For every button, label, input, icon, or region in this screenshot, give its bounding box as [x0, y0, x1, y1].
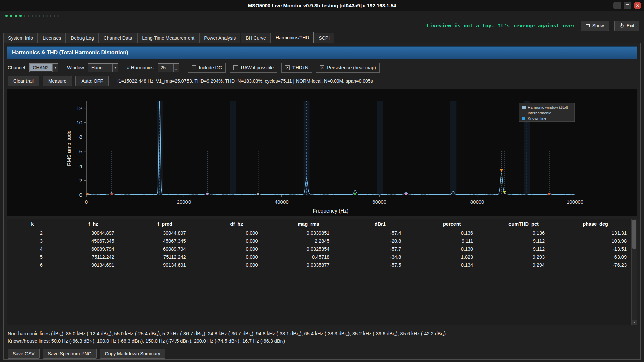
spin-down-icon[interactable]: ▼: [174, 68, 179, 72]
table-cell: 60089.794: [129, 245, 201, 253]
checkbox-unchecked-icon: [233, 65, 238, 70]
table-cell: -57.7: [344, 245, 416, 253]
checkbox-label: RAW if possible: [241, 65, 274, 70]
table-cell: 60089.794: [57, 245, 129, 253]
footer-notes: Non-harmonic lines (dBr₁): 85.0 kHz (-12…: [8, 330, 636, 345]
minimize-button[interactable]: –: [613, 2, 621, 9]
known-lines-text: Known/house lines: 50.0 Hz (-66.3 dBr₁),…: [8, 337, 636, 345]
checkbox-raw-if-possible[interactable]: RAW if possible: [230, 63, 277, 73]
table-cell: 30044.897: [57, 229, 129, 237]
table-cell: 2: [7, 229, 57, 237]
tab-channel-data[interactable]: Channel Data: [99, 33, 137, 43]
status-dot-dim: [39, 15, 40, 17]
table-cell: 0.134: [416, 261, 488, 269]
table-row[interactable]: 460089.79460089.7940.0000.0325354-57.70.…: [7, 245, 631, 253]
table-cell: 0.45718: [272, 253, 344, 261]
window-group: Window Hann ▼: [67, 63, 118, 72]
exit-button[interactable]: Exit: [614, 21, 639, 31]
table-row[interactable]: 345067.34545067.3450.0002.2845-20.89.111…: [7, 237, 631, 245]
checkbox-persistence-heat-map[interactable]: ×Persistence (heat-map): [316, 63, 380, 73]
table-cell: 5: [7, 253, 57, 261]
svg-text:Known line: Known line: [528, 116, 546, 120]
table-cell: 63.09: [559, 253, 631, 261]
table-row[interactable]: 230044.89730044.8970.0000.0339851-57.40.…: [7, 229, 631, 237]
harmonic-window-band: [157, 101, 163, 195]
window-combobox[interactable]: Hann ▼: [88, 63, 118, 72]
table-cell: 45067.345: [57, 237, 129, 245]
status-dot-dim: [24, 15, 25, 17]
table-row[interactable]: 690134.69190134.6910.0000.0335877-57.50.…: [7, 261, 631, 269]
channel-value: CHAN2: [30, 64, 52, 71]
table-cell: -13.51: [559, 245, 631, 253]
maximize-button[interactable]: [624, 2, 631, 9]
checkbox-label: Include DC: [199, 65, 222, 70]
svg-text:Interharmonic: Interharmonic: [528, 111, 551, 115]
table-cell: -34.8: [344, 253, 416, 261]
save-spectrum-png-button[interactable]: Save Spectrum PNG: [43, 349, 97, 359]
clear-trail-button[interactable]: Clear trail: [8, 76, 39, 86]
tab-long-time-measurement[interactable]: Long-Time Measurement: [137, 33, 199, 43]
table-cell: 90134.691: [129, 261, 201, 269]
tab-licenses[interactable]: Licenses: [38, 33, 66, 43]
harmonics-count-label: # Harmonics: [127, 65, 154, 70]
y-tick-label: 10: [76, 120, 82, 125]
scrollbar-down-button[interactable]: ▼: [632, 320, 637, 325]
channel-group: Channel CHAN2 ▼: [8, 63, 58, 72]
top-strip-right: Liveview is not a toy. It’s revenge agai…: [427, 21, 639, 31]
peak-marker: [111, 193, 113, 195]
tab-debug-log[interactable]: Debug Log: [66, 33, 99, 43]
channel-combobox[interactable]: CHAN2 ▼: [29, 63, 58, 72]
close-button[interactable]: ✕: [634, 2, 641, 9]
marquee-text: Liveview is not a toy. It’s revenge agai…: [427, 23, 575, 28]
auto-toggle-button[interactable]: Auto: OFF: [75, 76, 109, 86]
app-window: MSO5000 Live Monitor v0.9.8h-testing [cf…: [0, 0, 644, 360]
table-cell: 9.112: [488, 237, 559, 245]
checkbox-include-dc[interactable]: Include DC: [188, 63, 226, 73]
table-cell: 0.136: [488, 229, 559, 237]
chevron-down-icon[interactable]: ▼: [112, 64, 118, 72]
save-csv-button[interactable]: Save CSV: [8, 349, 40, 359]
x-tick-label: 60000: [372, 199, 386, 205]
minimize-icon: –: [616, 4, 618, 8]
peak-marker: [548, 193, 550, 195]
measure-row: Clear trail Measure Auto: OFF f1=15022.4…: [8, 76, 636, 86]
table-cell: -57.5: [344, 261, 416, 269]
tab-system-info[interactable]: System Info: [3, 33, 38, 43]
x-tick-label: 20000: [177, 199, 191, 205]
checkbox-checked-icon: ×: [285, 65, 290, 70]
export-buttons: Save CSVSave Spectrum PNGCopy Markdown S…: [8, 349, 636, 359]
table-row[interactable]: 575112.24275112.2420.0000.45718-34.81.82…: [7, 253, 631, 261]
peak-marker: [405, 193, 407, 195]
tab-harmonics-thd[interactable]: Harmonics/THD: [271, 32, 314, 43]
close-icon: ✕: [636, 3, 639, 8]
chevron-down-icon[interactable]: ▼: [52, 64, 58, 72]
window-controls: – ✕: [613, 2, 641, 9]
tab-power-analysis[interactable]: Power Analysis: [199, 33, 240, 43]
non-harmonic-lines-text: Non-harmonic lines (dBr₁): 85.0 kHz (-12…: [8, 330, 636, 337]
show-button[interactable]: Show: [581, 21, 609, 31]
power-icon: [620, 24, 624, 28]
table-scrollbar[interactable]: ▼: [631, 219, 637, 325]
table-cell: 0.0335877: [272, 261, 344, 269]
copy-markdown-summary-button[interactable]: Copy Markdown Summary: [100, 349, 165, 359]
window-title: MSO5000 Live Monitor v0.9.8h-testing [cf…: [0, 3, 644, 9]
tab-scpi[interactable]: SCPI: [314, 33, 334, 43]
scrollbar-thumb[interactable]: [632, 220, 636, 249]
table-cell: 9.112: [488, 245, 559, 253]
table-cell: 90134.691: [57, 261, 129, 269]
harmonics-spinbox[interactable]: 25 ▲ ▼: [158, 63, 179, 72]
status-dot-green: [15, 15, 17, 17]
table-cell: -20.8: [344, 237, 416, 245]
status-dot-dim: [28, 15, 29, 17]
table-cell: 0.0339851: [272, 229, 344, 237]
column-header-dbr1: dBr1: [344, 219, 416, 229]
tab-bh-curve[interactable]: BH Curve: [241, 33, 271, 43]
spin-up-icon[interactable]: ▲: [174, 64, 179, 68]
status-dot-dim: [35, 15, 37, 17]
checkbox-thd-n[interactable]: ×THD+N: [281, 63, 312, 73]
table-cell: 0.136: [416, 229, 488, 237]
measure-button[interactable]: Measure: [43, 76, 72, 86]
tab-bar: System InfoLicensesDebug LogChannel Data…: [0, 32, 644, 43]
checkbox-label: Persistence (heat-map): [327, 65, 376, 70]
harmonics-count-group: # Harmonics 25 ▲ ▼: [127, 63, 179, 72]
